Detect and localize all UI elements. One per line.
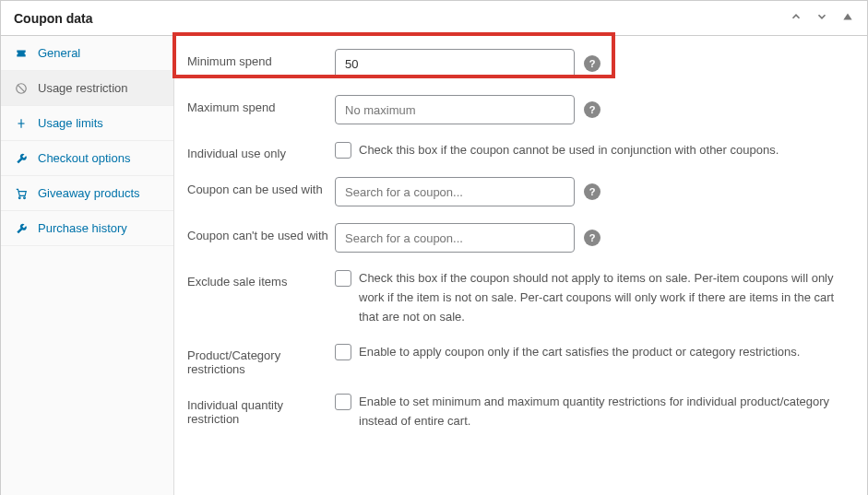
- label-individual-qty: Individual quantity restriction: [187, 393, 335, 426]
- help-icon[interactable]: ?: [584, 55, 600, 72]
- input-coupon-not-used-with[interactable]: [335, 223, 575, 253]
- label-minimum-spend: Minimum spend: [187, 49, 335, 68]
- sliders-icon: [14, 117, 29, 130]
- panel-body: General Usage restriction Usage limits C…: [1, 36, 867, 495]
- ticket-icon: [14, 47, 29, 60]
- row-individual-use: Individual use only Check this box if th…: [187, 141, 845, 160]
- panel-toggle-controls: [790, 10, 854, 26]
- move-up-icon[interactable]: [790, 10, 803, 26]
- checkbox-exclude-sale[interactable]: [335, 270, 351, 287]
- row-coupon-not-used-with: Coupon can't be used with ?: [187, 223, 845, 253]
- label-coupon-used-with: Coupon can be used with: [187, 177, 335, 196]
- label-exclude-sale: Exclude sale items: [187, 269, 335, 289]
- desc-product-category: Enable to apply coupon only if the cart …: [359, 343, 800, 362]
- desc-individual-use: Check this box if the coupon cannot be u…: [359, 141, 779, 160]
- wrench-icon: [14, 222, 29, 235]
- input-minimum-spend[interactable]: [335, 49, 575, 78]
- cart-icon: [14, 187, 29, 200]
- input-maximum-spend[interactable]: [335, 95, 575, 124]
- desc-exclude-sale: Check this box if the coupon should not …: [359, 269, 845, 326]
- row-minimum-spend: Minimum spend ?: [187, 49, 845, 78]
- wrench-icon: [14, 152, 29, 165]
- coupon-data-panel: Coupon data General: [0, 0, 868, 495]
- label-maximum-spend: Maximum spend: [187, 95, 335, 114]
- help-icon[interactable]: ?: [584, 230, 600, 246]
- label-product-category: Product/Category restrictions: [187, 343, 335, 376]
- sidebar-item-label: Usage limits: [38, 116, 103, 130]
- desc-individual-qty: Enable to set minimum and maximum quanti…: [359, 393, 845, 431]
- svg-line-2: [18, 84, 25, 91]
- row-individual-qty: Individual quantity restriction Enable t…: [187, 393, 845, 431]
- sidebar-item-label: Purchase history: [38, 221, 127, 235]
- input-coupon-used-with[interactable]: [335, 177, 575, 206]
- sidebar-item-giveaway-products[interactable]: Giveaway products: [1, 176, 173, 211]
- sidebar: General Usage restriction Usage limits C…: [1, 36, 174, 495]
- sidebar-item-general[interactable]: General: [1, 36, 173, 71]
- panel-header: Coupon data: [1, 1, 867, 36]
- help-icon[interactable]: ?: [584, 183, 600, 200]
- row-coupon-used-with: Coupon can be used with ?: [187, 177, 845, 206]
- row-exclude-sale: Exclude sale items Check this box if the…: [187, 269, 845, 326]
- svg-point-6: [24, 196, 26, 198]
- panel-title: Coupon data: [14, 11, 93, 26]
- sidebar-item-usage-restriction[interactable]: Usage restriction: [1, 71, 173, 106]
- checkbox-individual-use[interactable]: [335, 142, 351, 159]
- row-maximum-spend: Maximum spend ?: [187, 95, 845, 124]
- sidebar-item-checkout-options[interactable]: Checkout options: [1, 141, 173, 176]
- checkbox-individual-qty[interactable]: [335, 394, 351, 410]
- help-icon[interactable]: ?: [584, 101, 600, 118]
- svg-marker-0: [843, 14, 851, 20]
- checkbox-product-category[interactable]: [335, 344, 351, 360]
- row-product-category: Product/Category restrictions Enable to …: [187, 343, 845, 376]
- move-down-icon[interactable]: [815, 10, 828, 26]
- sidebar-item-label: General: [38, 46, 80, 60]
- block-icon: [14, 82, 29, 95]
- sidebar-item-label: Usage restriction: [38, 81, 128, 95]
- collapse-icon[interactable]: [841, 10, 854, 26]
- svg-point-5: [18, 196, 20, 198]
- sidebar-item-label: Checkout options: [38, 151, 130, 165]
- content-area: Minimum spend ? Maximum spend ? Individu…: [174, 36, 867, 495]
- label-individual-use: Individual use only: [187, 141, 335, 160]
- sidebar-item-label: Giveaway products: [38, 186, 140, 200]
- sidebar-item-usage-limits[interactable]: Usage limits: [1, 106, 173, 141]
- label-coupon-not-used-with: Coupon can't be used with: [187, 223, 335, 242]
- sidebar-item-purchase-history[interactable]: Purchase history: [1, 211, 173, 246]
